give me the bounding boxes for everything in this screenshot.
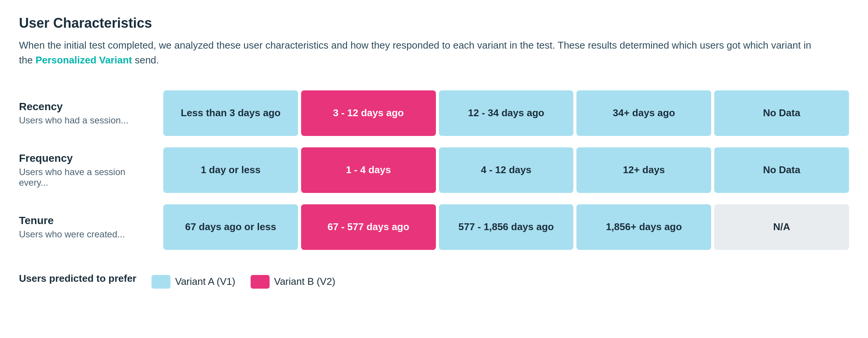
cell-frequency-0: 1 day or less: [163, 147, 298, 193]
cell-frequency-4: No Data: [714, 147, 849, 193]
row-label-frequency: Frequency Users who have a session every…: [19, 152, 163, 188]
legend: Users predicted to preferVariant A (V1)V…: [19, 273, 849, 291]
legend-title: Users predicted to prefer: [19, 273, 136, 284]
legend-swatch-pink: [251, 275, 270, 289]
row-subtitle-recency: Users who had a session...: [19, 115, 152, 126]
cell-tenure-1: 67 - 577 days ago: [301, 204, 436, 250]
cell-frequency-1: 1 - 4 days: [301, 147, 436, 193]
row-label-recency: Recency Users who had a session...: [19, 101, 163, 126]
cell-tenure-0: 67 days ago or less: [163, 204, 298, 250]
legend-swatch-blue: [152, 275, 170, 289]
cell-frequency-2: 4 - 12 days: [439, 147, 574, 193]
legend-label-1: Variant B (V2): [274, 276, 335, 287]
cell-tenure-4: N/A: [714, 204, 849, 250]
row-label-tenure: Tenure Users who were created...: [19, 215, 163, 240]
row-subtitle-frequency: Users who have a session every...: [19, 167, 152, 188]
characteristic-row-recency: Recency Users who had a session... Less …: [19, 90, 849, 136]
cell-tenure-3: 1,856+ days ago: [576, 204, 711, 250]
row-subtitle-tenure: Users who were created...: [19, 229, 152, 240]
row-title-tenure: Tenure: [19, 215, 152, 227]
cell-tenure-2: 577 - 1,856 days ago: [439, 204, 574, 250]
page-title: User Characteristics: [19, 15, 849, 31]
legend-label-0: Variant A (V1): [175, 276, 235, 287]
description-text-2: send.: [132, 54, 159, 66]
cell-recency-3: 34+ days ago: [576, 90, 711, 136]
cell-recency-2: 12 - 34 days ago: [439, 90, 574, 136]
personalized-variant-link[interactable]: Personalized Variant: [35, 54, 132, 66]
characteristic-row-frequency: Frequency Users who have a session every…: [19, 147, 849, 193]
cells-container-frequency: 1 day or less1 - 4 days4 - 12 days12+ da…: [163, 147, 849, 193]
legend-item-1: Variant B (V2): [251, 275, 335, 289]
cell-recency-0: Less than 3 days ago: [163, 90, 298, 136]
cells-container-recency: Less than 3 days ago3 - 12 days ago12 - …: [163, 90, 849, 136]
characteristics-grid: Recency Users who had a session... Less …: [19, 90, 849, 250]
cell-frequency-3: 12+ days: [576, 147, 711, 193]
row-title-recency: Recency: [19, 101, 152, 113]
description: When the initial test completed, we anal…: [19, 38, 816, 68]
cell-recency-1: 3 - 12 days ago: [301, 90, 436, 136]
cell-recency-4: No Data: [714, 90, 849, 136]
legend-item-0: Variant A (V1): [152, 275, 235, 289]
cells-container-tenure: 67 days ago or less67 - 577 days ago577 …: [163, 204, 849, 250]
row-title-frequency: Frequency: [19, 152, 152, 164]
characteristic-row-tenure: Tenure Users who were created... 67 days…: [19, 204, 849, 250]
